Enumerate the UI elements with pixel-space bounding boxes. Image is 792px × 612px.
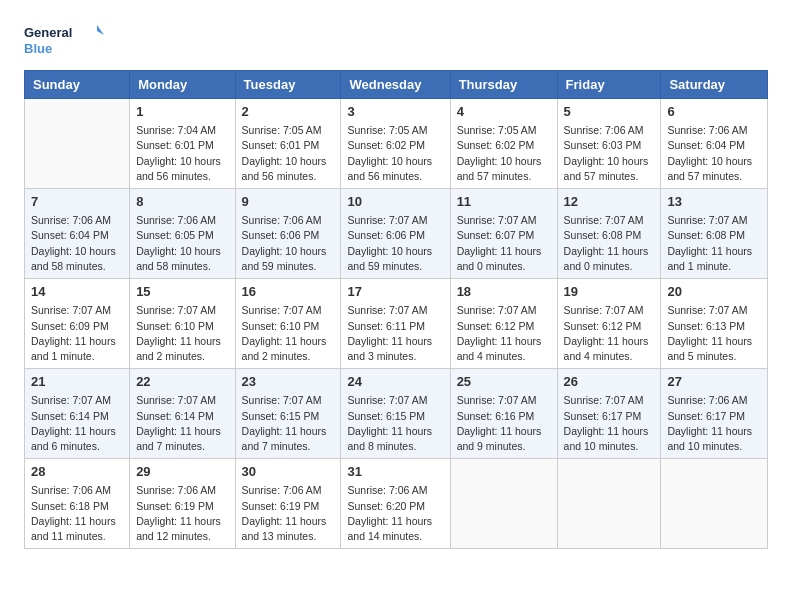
calendar-week-row: 21Sunrise: 7:07 AMSunset: 6:14 PMDayligh… [25,369,768,459]
day-info: Sunrise: 7:07 AMSunset: 6:17 PMDaylight:… [564,393,655,454]
calendar-cell: 29Sunrise: 7:06 AMSunset: 6:19 PMDayligh… [130,459,235,549]
svg-marker-2 [97,25,104,35]
calendar-cell: 19Sunrise: 7:07 AMSunset: 6:12 PMDayligh… [557,279,661,369]
day-info: Sunrise: 7:06 AMSunset: 6:04 PMDaylight:… [667,123,761,184]
calendar-cell: 27Sunrise: 7:06 AMSunset: 6:17 PMDayligh… [661,369,768,459]
calendar-cell: 16Sunrise: 7:07 AMSunset: 6:10 PMDayligh… [235,279,341,369]
day-info: Sunrise: 7:06 AMSunset: 6:20 PMDaylight:… [347,483,443,544]
day-info: Sunrise: 7:06 AMSunset: 6:03 PMDaylight:… [564,123,655,184]
day-number: 17 [347,283,443,301]
day-info: Sunrise: 7:07 AMSunset: 6:13 PMDaylight:… [667,303,761,364]
calendar-week-row: 1Sunrise: 7:04 AMSunset: 6:01 PMDaylight… [25,99,768,189]
calendar-cell: 26Sunrise: 7:07 AMSunset: 6:17 PMDayligh… [557,369,661,459]
day-number: 31 [347,463,443,481]
day-number: 24 [347,373,443,391]
day-number: 9 [242,193,335,211]
day-info: Sunrise: 7:06 AMSunset: 6:19 PMDaylight:… [136,483,228,544]
day-info: Sunrise: 7:06 AMSunset: 6:04 PMDaylight:… [31,213,123,274]
day-number: 19 [564,283,655,301]
day-info: Sunrise: 7:06 AMSunset: 6:17 PMDaylight:… [667,393,761,454]
weekday-header-sunday: Sunday [25,71,130,99]
day-info: Sunrise: 7:05 AMSunset: 6:01 PMDaylight:… [242,123,335,184]
calendar-table: SundayMondayTuesdayWednesdayThursdayFrid… [24,70,768,549]
weekday-header-row: SundayMondayTuesdayWednesdayThursdayFrid… [25,71,768,99]
day-info: Sunrise: 7:07 AMSunset: 6:08 PMDaylight:… [564,213,655,274]
day-number: 10 [347,193,443,211]
day-info: Sunrise: 7:06 AMSunset: 6:19 PMDaylight:… [242,483,335,544]
day-number: 27 [667,373,761,391]
calendar-cell: 30Sunrise: 7:06 AMSunset: 6:19 PMDayligh… [235,459,341,549]
day-number: 5 [564,103,655,121]
day-info: Sunrise: 7:07 AMSunset: 6:07 PMDaylight:… [457,213,551,274]
day-info: Sunrise: 7:07 AMSunset: 6:11 PMDaylight:… [347,303,443,364]
day-info: Sunrise: 7:06 AMSunset: 6:18 PMDaylight:… [31,483,123,544]
calendar-cell: 31Sunrise: 7:06 AMSunset: 6:20 PMDayligh… [341,459,450,549]
header: General Blue [24,20,768,60]
day-number: 21 [31,373,123,391]
calendar-cell: 2Sunrise: 7:05 AMSunset: 6:01 PMDaylight… [235,99,341,189]
calendar-cell: 23Sunrise: 7:07 AMSunset: 6:15 PMDayligh… [235,369,341,459]
calendar-cell: 6Sunrise: 7:06 AMSunset: 6:04 PMDaylight… [661,99,768,189]
day-info: Sunrise: 7:07 AMSunset: 6:12 PMDaylight:… [457,303,551,364]
calendar-cell: 20Sunrise: 7:07 AMSunset: 6:13 PMDayligh… [661,279,768,369]
weekday-header-monday: Monday [130,71,235,99]
calendar-cell: 9Sunrise: 7:06 AMSunset: 6:06 PMDaylight… [235,189,341,279]
day-number: 30 [242,463,335,481]
weekday-header-saturday: Saturday [661,71,768,99]
logo-area: General Blue [24,20,104,60]
weekday-header-tuesday: Tuesday [235,71,341,99]
calendar-cell: 21Sunrise: 7:07 AMSunset: 6:14 PMDayligh… [25,369,130,459]
day-info: Sunrise: 7:07 AMSunset: 6:16 PMDaylight:… [457,393,551,454]
calendar-cell: 22Sunrise: 7:07 AMSunset: 6:14 PMDayligh… [130,369,235,459]
day-number: 2 [242,103,335,121]
calendar-cell [557,459,661,549]
day-number: 1 [136,103,228,121]
calendar-cell: 10Sunrise: 7:07 AMSunset: 6:06 PMDayligh… [341,189,450,279]
day-number: 3 [347,103,443,121]
day-number: 12 [564,193,655,211]
calendar-cell [661,459,768,549]
weekday-header-thursday: Thursday [450,71,557,99]
calendar-cell: 25Sunrise: 7:07 AMSunset: 6:16 PMDayligh… [450,369,557,459]
day-info: Sunrise: 7:07 AMSunset: 6:14 PMDaylight:… [31,393,123,454]
day-info: Sunrise: 7:05 AMSunset: 6:02 PMDaylight:… [347,123,443,184]
day-number: 20 [667,283,761,301]
day-number: 11 [457,193,551,211]
svg-text:General: General [24,25,72,40]
calendar-cell: 7Sunrise: 7:06 AMSunset: 6:04 PMDaylight… [25,189,130,279]
day-number: 29 [136,463,228,481]
calendar-cell: 11Sunrise: 7:07 AMSunset: 6:07 PMDayligh… [450,189,557,279]
calendar-cell [25,99,130,189]
day-number: 22 [136,373,228,391]
day-number: 15 [136,283,228,301]
calendar-cell: 8Sunrise: 7:06 AMSunset: 6:05 PMDaylight… [130,189,235,279]
calendar-cell: 14Sunrise: 7:07 AMSunset: 6:09 PMDayligh… [25,279,130,369]
day-info: Sunrise: 7:07 AMSunset: 6:14 PMDaylight:… [136,393,228,454]
day-info: Sunrise: 7:07 AMSunset: 6:15 PMDaylight:… [242,393,335,454]
calendar-cell: 28Sunrise: 7:06 AMSunset: 6:18 PMDayligh… [25,459,130,549]
day-info: Sunrise: 7:07 AMSunset: 6:15 PMDaylight:… [347,393,443,454]
weekday-header-wednesday: Wednesday [341,71,450,99]
day-info: Sunrise: 7:07 AMSunset: 6:10 PMDaylight:… [136,303,228,364]
calendar-cell: 12Sunrise: 7:07 AMSunset: 6:08 PMDayligh… [557,189,661,279]
day-info: Sunrise: 7:07 AMSunset: 6:10 PMDaylight:… [242,303,335,364]
svg-text:Blue: Blue [24,41,52,56]
day-number: 25 [457,373,551,391]
calendar-cell: 18Sunrise: 7:07 AMSunset: 6:12 PMDayligh… [450,279,557,369]
calendar-week-row: 28Sunrise: 7:06 AMSunset: 6:18 PMDayligh… [25,459,768,549]
day-info: Sunrise: 7:07 AMSunset: 6:08 PMDaylight:… [667,213,761,274]
day-number: 26 [564,373,655,391]
calendar-week-row: 7Sunrise: 7:06 AMSunset: 6:04 PMDaylight… [25,189,768,279]
calendar-cell: 4Sunrise: 7:05 AMSunset: 6:02 PMDaylight… [450,99,557,189]
day-number: 23 [242,373,335,391]
day-info: Sunrise: 7:07 AMSunset: 6:09 PMDaylight:… [31,303,123,364]
calendar-cell: 13Sunrise: 7:07 AMSunset: 6:08 PMDayligh… [661,189,768,279]
calendar-cell: 5Sunrise: 7:06 AMSunset: 6:03 PMDaylight… [557,99,661,189]
calendar-cell: 3Sunrise: 7:05 AMSunset: 6:02 PMDaylight… [341,99,450,189]
calendar-cell: 17Sunrise: 7:07 AMSunset: 6:11 PMDayligh… [341,279,450,369]
day-number: 13 [667,193,761,211]
calendar-cell: 24Sunrise: 7:07 AMSunset: 6:15 PMDayligh… [341,369,450,459]
calendar-cell [450,459,557,549]
page: General Blue SundayMondayTuesdayWednesda… [0,0,792,569]
calendar-cell: 1Sunrise: 7:04 AMSunset: 6:01 PMDaylight… [130,99,235,189]
